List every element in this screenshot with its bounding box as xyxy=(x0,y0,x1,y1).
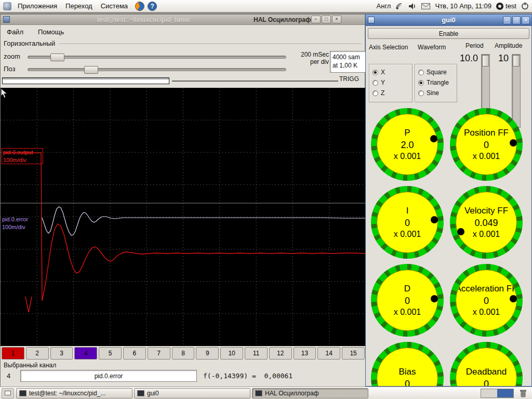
knob-label: Velocity FF xyxy=(464,205,508,217)
menu-file[interactable]: Файл xyxy=(5,27,25,37)
waveform-option-sine[interactable]: Sine xyxy=(418,88,454,98)
zoom-slider[interactable] xyxy=(28,56,286,59)
knob-d[interactable]: D0x 0.001 xyxy=(371,264,444,337)
scope-display[interactable]: pid.0.output 100m/div pid.0.error 100m/d… xyxy=(1,88,366,346)
channel-button-12[interactable]: 12 xyxy=(269,347,292,360)
channel-button-5[interactable]: 5 xyxy=(99,347,122,360)
close-icon[interactable]: × xyxy=(522,16,530,24)
knob-velocity-ff[interactable]: Velocity FF0.049x 0.001 xyxy=(450,186,523,259)
taskbar-button-2[interactable]: gui0 xyxy=(134,388,250,398)
mail-icon[interactable] xyxy=(421,3,430,9)
amplitude-slider-thumb[interactable] xyxy=(513,55,520,66)
selected-channel-number: 4 xyxy=(7,372,10,380)
channel-button-6[interactable]: 6 xyxy=(123,347,146,360)
workspace-2[interactable] xyxy=(497,389,513,397)
selected-channel-label: Выбранный канал xyxy=(4,362,56,369)
knob-grid: P2.0x 0.001Position FF0x 0.001I0x 0.001V… xyxy=(371,108,523,387)
scope-titlebar[interactable]: test@test: ~/linuxcnc/pid_tunin HAL Осци… xyxy=(1,15,365,25)
power-icon[interactable] xyxy=(521,2,529,10)
position-slider[interactable] xyxy=(28,68,286,71)
radio-button-icon xyxy=(418,70,424,75)
window-title: HAL Осциллограф xyxy=(254,16,311,23)
help-icon[interactable]: ? xyxy=(148,2,157,11)
channel-button-15[interactable]: 15 xyxy=(342,347,365,360)
knob-scale: x 0.001 xyxy=(473,307,500,317)
zoom-label: zoom xyxy=(4,52,20,60)
window-icon xyxy=(137,390,144,396)
knob-face: Bias0 xyxy=(377,348,438,387)
firefox-icon[interactable] xyxy=(135,2,144,11)
waveform-option-square[interactable]: Square xyxy=(418,67,454,77)
menu-places[interactable]: Переход xyxy=(61,2,97,10)
enable-button[interactable]: Enable xyxy=(368,28,529,39)
axis-option-z[interactable]: Z xyxy=(373,88,409,98)
channel-button-11[interactable]: 11 xyxy=(245,347,268,360)
menu-applications[interactable]: Приложения xyxy=(14,2,61,10)
waveform-option-triangle[interactable]: Triangle xyxy=(418,77,454,88)
minimize-icon[interactable]: − xyxy=(311,16,321,23)
channel-button-2[interactable]: 2 xyxy=(26,347,49,360)
channel-button-4[interactable]: 4 xyxy=(74,347,97,360)
channel-button-10[interactable]: 10 xyxy=(220,347,243,360)
channel-button-8[interactable]: 8 xyxy=(172,347,195,360)
knob-deadband[interactable]: Deadband0 xyxy=(450,342,523,387)
radio-label: Y xyxy=(381,79,385,86)
trace-pid-0-error xyxy=(42,207,365,235)
knob-face: P2.0x 0.001 xyxy=(377,114,438,175)
taskbar: test@test: ~/linuxcnc/pid_...gui0HAL Осц… xyxy=(0,387,532,399)
gui0-titlebar[interactable]: gui0 − □ × xyxy=(366,15,531,26)
knob-bias[interactable]: Bias0 xyxy=(371,342,444,387)
workspace-switcher[interactable] xyxy=(481,389,514,398)
axis-selection-group: XYZ xyxy=(369,64,413,102)
volume-icon[interactable] xyxy=(408,3,417,10)
cursor-readout: f(-0,14399) = 0,00061 xyxy=(203,372,292,380)
sample-count: 4000 sam xyxy=(332,53,365,61)
user-menu[interactable]: test xyxy=(496,2,516,10)
show-desktop-button[interactable] xyxy=(2,388,14,398)
position-slider-handle[interactable] xyxy=(84,66,98,74)
menu-system[interactable]: Система xyxy=(97,2,132,10)
radio-label: Triangle xyxy=(427,79,449,86)
clock[interactable]: Чтв, 10 Апр, 11:09 xyxy=(435,2,491,10)
menu-help[interactable]: Помощь xyxy=(36,27,66,37)
period-label: Period xyxy=(466,42,484,49)
taskbar-button-1[interactable]: test@test: ~/linuxcnc/pid_... xyxy=(16,388,132,398)
knob-value: 2.0 xyxy=(401,139,414,151)
knob-value: 0 xyxy=(405,295,410,307)
applications-menu-icon[interactable] xyxy=(3,2,11,10)
maximize-icon[interactable]: □ xyxy=(512,16,521,24)
trigger-position-line[interactable] xyxy=(172,81,338,82)
knob-acceleration-ff[interactable]: Acceleration FF0x 0.001 xyxy=(450,264,523,337)
knob-label: Bias xyxy=(398,366,416,378)
maximize-icon[interactable]: □ xyxy=(322,16,331,23)
channel-button-9[interactable]: 9 xyxy=(196,347,219,360)
trash-icon[interactable] xyxy=(518,388,528,398)
knob-label: P xyxy=(404,127,410,139)
knob-value: 0 xyxy=(484,295,489,307)
close-icon[interactable]: × xyxy=(332,16,341,23)
channel-button-3[interactable]: 3 xyxy=(50,347,73,360)
window-icon xyxy=(19,390,26,396)
channel-name-input[interactable]: pid.0.error xyxy=(20,370,197,382)
knob-face: I0x 0.001 xyxy=(377,192,438,253)
channel-button-7[interactable]: 7 xyxy=(148,347,170,360)
top-panel: Приложения Переход Система ? Англ Чтв, 1… xyxy=(0,0,532,12)
network-icon[interactable] xyxy=(395,3,404,10)
workspace-1[interactable] xyxy=(481,389,497,397)
amplitude-label: Amplitude xyxy=(495,42,522,49)
period-slider-thumb[interactable] xyxy=(482,55,489,66)
minimize-icon[interactable]: − xyxy=(503,16,511,24)
axis-option-x[interactable]: X xyxy=(373,67,409,77)
knob-i[interactable]: I0x 0.001 xyxy=(371,186,444,259)
axis-option-y[interactable]: Y xyxy=(373,77,409,88)
channel-button-13[interactable]: 13 xyxy=(294,347,316,360)
zoom-slider-handle[interactable] xyxy=(50,54,64,61)
knob-p[interactable]: P2.0x 0.001 xyxy=(371,108,444,181)
channel-button-14[interactable]: 14 xyxy=(317,347,340,360)
knob-label: Position FF xyxy=(464,127,509,139)
keyboard-layout-indicator[interactable]: Англ xyxy=(377,2,391,10)
knob-position-ff[interactable]: Position FF0x 0.001 xyxy=(450,108,523,181)
channel-button-1[interactable]: 1 xyxy=(2,347,24,360)
knob-pointer-dot xyxy=(431,216,438,223)
taskbar-button-3[interactable]: HAL Осциллограф xyxy=(252,388,368,398)
